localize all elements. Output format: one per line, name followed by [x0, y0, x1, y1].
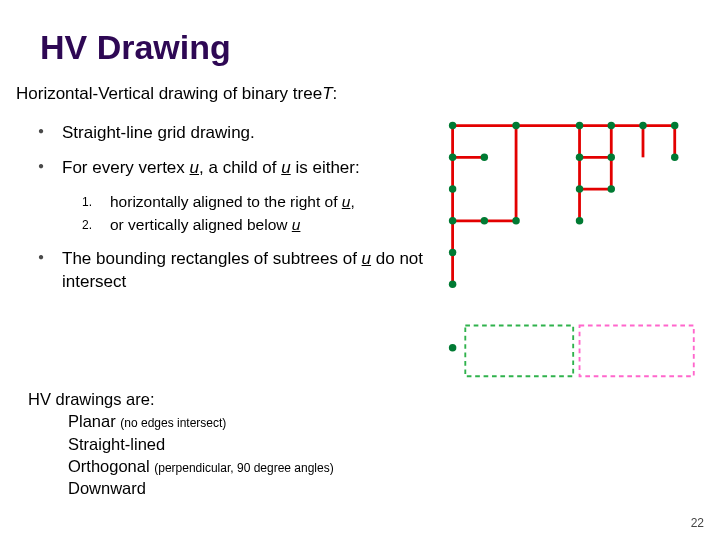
svg-point-26 — [481, 217, 488, 224]
hv-p2: Straight-lined — [68, 433, 334, 455]
svg-rect-32 — [580, 326, 694, 377]
bullet-2-c: is either: — [291, 158, 360, 177]
bullet-3: The bounding rectangles of subtrees of u… — [38, 248, 438, 294]
svg-point-11 — [449, 122, 456, 129]
subitem-1: 1. horizontally aligned to the right of … — [82, 192, 438, 213]
hv-p3-paren: (perpendicular, 90 degree angles) — [154, 461, 333, 475]
svg-point-23 — [576, 185, 583, 192]
sublist: 1. horizontally aligned to the right of … — [82, 192, 438, 236]
bullet-2-u1: u — [190, 158, 199, 177]
svg-point-27 — [512, 217, 519, 224]
subitem-2-num: 2. — [82, 217, 92, 233]
subtitle-suffix: : — [333, 84, 338, 103]
svg-point-17 — [449, 154, 456, 161]
bullet-3-u: u — [362, 249, 371, 268]
hv-head: HV drawings are: — [28, 388, 334, 410]
bullet-2-a: For every vertex — [62, 158, 190, 177]
hv-p3-label: Orthogonal — [68, 457, 154, 475]
svg-point-15 — [639, 122, 646, 129]
bullet-2-b: , a child of — [199, 158, 281, 177]
subitem-2-a: or vertically aligned below — [110, 216, 292, 233]
svg-point-20 — [608, 154, 615, 161]
svg-point-14 — [608, 122, 615, 129]
subitem-1-b: , — [350, 193, 354, 210]
hv-p3: Orthogonal (perpendicular, 90 degree ang… — [68, 455, 334, 477]
svg-point-19 — [576, 154, 583, 161]
subitem-2-u: u — [292, 216, 301, 233]
svg-point-33 — [449, 344, 456, 351]
bullet-1: Straight-line grid drawing. — [38, 122, 438, 145]
bullet-2: For every vertex u, a child of u is eith… — [38, 157, 438, 180]
svg-point-22 — [449, 185, 456, 192]
hv-block: HV drawings are: Planar (no edges inters… — [28, 388, 334, 499]
hv-p1-label: Planar — [68, 412, 120, 430]
svg-point-18 — [481, 154, 488, 161]
svg-point-24 — [608, 185, 615, 192]
svg-point-25 — [449, 217, 456, 224]
svg-point-30 — [449, 281, 456, 288]
svg-point-13 — [576, 122, 583, 129]
bullet-1-text: Straight-line grid drawing. — [62, 123, 255, 142]
page-number: 22 — [691, 516, 704, 530]
svg-point-16 — [671, 122, 678, 129]
content-block: Straight-line grid drawing. For every ve… — [38, 122, 438, 306]
svg-point-28 — [576, 217, 583, 224]
subtitle-var: T — [322, 84, 332, 103]
subtitle-prefix: Horizontal-Vertical drawing of binary tr… — [16, 84, 322, 103]
svg-point-12 — [512, 122, 519, 129]
subitem-2: 2. or vertically aligned below u — [82, 215, 438, 236]
svg-point-21 — [671, 154, 678, 161]
subitem-1-a: horizontally aligned to the right of — [110, 193, 342, 210]
svg-rect-31 — [465, 326, 573, 377]
hv-p1-paren: (no edges intersect) — [120, 416, 226, 430]
bullet-3-a: The bounding rectangles of subtrees of — [62, 249, 362, 268]
slide-subtitle: Horizontal-Vertical drawing of binary tr… — [16, 84, 337, 104]
hv-p1: Planar (no edges intersect) — [68, 410, 334, 432]
subitem-1-num: 1. — [82, 194, 92, 210]
bullet-2-u2: u — [281, 158, 290, 177]
hv-diagram — [438, 120, 708, 400]
hv-props: Planar (no edges intersect) Straight-lin… — [68, 410, 334, 499]
hv-p4: Downward — [68, 477, 334, 499]
slide-title: HV Drawing — [40, 28, 231, 67]
svg-point-29 — [449, 249, 456, 256]
